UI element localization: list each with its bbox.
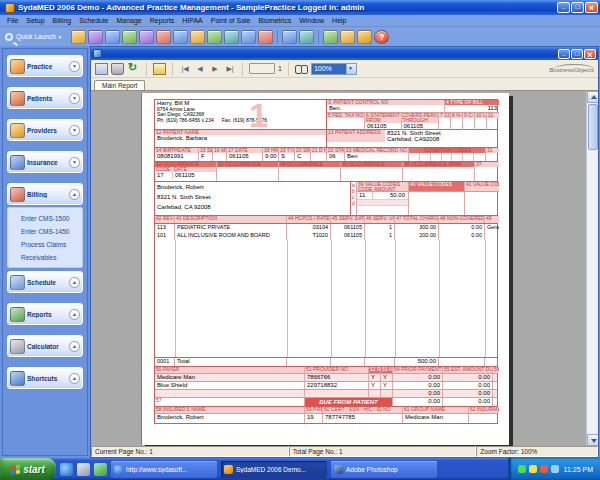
chevron-down-icon[interactable] (69, 61, 80, 72)
cov-d-label: 7 COV D. (439, 113, 450, 118)
taskbar-item-photoshop[interactable]: Adobe Photoshop (331, 461, 437, 478)
providers-toolbar-icon[interactable] (105, 30, 120, 44)
pos-toolbar-icon[interactable] (241, 30, 256, 44)
sidebar-item-enter-cms-1500[interactable]: Enter CMS-1500 (21, 212, 82, 225)
taskbar: start http://www.sydasoft... SydaMED 200… (0, 458, 600, 480)
ie-quicklaunch-icon[interactable] (60, 463, 73, 476)
chart-toolbar-icon[interactable] (323, 30, 338, 44)
medical-record-value: Ben (345, 153, 408, 160)
previous-page-button[interactable] (194, 65, 206, 73)
first-page-button[interactable] (179, 65, 191, 73)
next-page-button[interactable] (209, 65, 221, 73)
manage-toolbar-icon[interactable] (299, 30, 314, 44)
report-tabs: Main Report (91, 78, 598, 91)
tab-main-report[interactable]: Main Report (94, 80, 145, 90)
menu-help[interactable]: Help (328, 17, 350, 24)
provider-box: 1 Harry, Bill M 6754 Arrow Lane San Dieg… (155, 100, 327, 129)
ie-icon (114, 465, 123, 474)
menu-point-of-sale[interactable]: Point of Sale (207, 17, 255, 24)
tray-icon-4[interactable] (551, 465, 559, 473)
sidebar-item-practice[interactable]: Practice (7, 55, 83, 77)
svc-rev: 113 (155, 224, 174, 231)
scroll-down-arrow[interactable] (587, 434, 598, 446)
payments-toolbar-icon[interactable] (190, 30, 205, 44)
report-close-button[interactable] (584, 49, 596, 59)
practice-toolbar-icon[interactable] (71, 30, 86, 44)
sidebar-item-insurance[interactable]: Insurance (7, 151, 83, 173)
sidebar-item-schedule[interactable]: Schedule (7, 271, 83, 293)
insurance-toolbar-icon[interactable] (122, 30, 137, 44)
occurrence-span-box: 36 OCCURRENCE SPAN (403, 162, 475, 181)
quick-launch-menu[interactable]: Quick Launch ▾ (5, 33, 61, 41)
occurrence-34-label: 34 OCCURRENCE (279, 162, 340, 167)
referrals-toolbar-icon[interactable] (139, 30, 154, 44)
claims-toolbar-icon[interactable] (173, 30, 188, 44)
zoom-combobox[interactable]: 100% (311, 63, 357, 75)
statements-toolbar-icon[interactable] (258, 30, 273, 44)
vertical-scrollbar[interactable] (586, 91, 598, 446)
sidebar-item-process-claims[interactable]: Process Claims (21, 238, 82, 251)
scroll-up-arrow[interactable] (587, 91, 598, 103)
calculator-icon (10, 339, 25, 354)
chevron-down-icon[interactable] (69, 125, 80, 136)
sidebar-item-providers[interactable]: Providers (7, 119, 83, 141)
export-icon[interactable] (95, 63, 108, 75)
lock-icon[interactable] (357, 30, 372, 44)
help-icon[interactable] (374, 30, 389, 44)
sidebar-item-reports[interactable]: Reports (7, 303, 83, 325)
scheduler-toolbar-icon[interactable] (224, 30, 239, 44)
menu-billing[interactable]: Billing (49, 17, 76, 24)
window-toolbar-icon[interactable] (340, 30, 355, 44)
chevron-up-icon[interactable] (69, 277, 80, 288)
print-icon[interactable] (111, 63, 124, 75)
menu-schedule[interactable]: Schedule (75, 17, 112, 24)
desktop-quicklaunch-icon[interactable] (77, 463, 90, 476)
chevron-down-icon[interactable] (69, 157, 80, 168)
chevron-up-icon[interactable] (69, 373, 80, 384)
last-page-button[interactable] (224, 65, 236, 73)
occurrence-35-label: 35 OCCURRENCE (341, 162, 402, 167)
media-quicklaunch-icon[interactable] (94, 463, 107, 476)
goto-page-input[interactable] (249, 63, 275, 74)
sidebar-item-enter-cms-1450[interactable]: Enter CMS-1450 (21, 225, 82, 238)
group-tree-icon[interactable] (153, 63, 166, 75)
start-button[interactable]: start (0, 458, 56, 480)
tray-icon-1[interactable] (518, 465, 526, 473)
menu-reports[interactable]: Reports (146, 17, 179, 24)
menu-setup[interactable]: Setup (22, 17, 48, 24)
reports-toolbar-icon[interactable] (282, 30, 297, 44)
scroll-thumb[interactable] (588, 104, 598, 150)
reports-icon (10, 307, 25, 322)
sidebar-item-calculator[interactable]: Calculator (7, 335, 83, 357)
receivables-toolbar-icon[interactable] (207, 30, 222, 44)
billing-toolbar-icon[interactable] (156, 30, 171, 44)
maximize-button[interactable] (571, 2, 584, 13)
zoom-dropdown-button[interactable] (346, 64, 356, 74)
chevron-up-icon[interactable] (69, 309, 80, 320)
refresh-icon[interactable] (127, 63, 140, 75)
sidebar-item-patients[interactable]: Patients (7, 87, 83, 109)
taskbar-item-browser[interactable]: http://www.sydasoft... (111, 461, 217, 478)
menu-window[interactable]: Window (295, 17, 328, 24)
menu-file[interactable]: File (3, 17, 22, 24)
chevron-down-icon[interactable] (69, 93, 80, 104)
sidebar-item-shortcuts[interactable]: Shortcuts (7, 367, 83, 389)
menu-hipaa[interactable]: HIPAA (178, 17, 207, 24)
minimize-button[interactable] (557, 2, 570, 13)
close-button[interactable] (585, 2, 598, 13)
tray-icon-3[interactable] (540, 465, 548, 473)
chevron-up-icon[interactable] (69, 189, 80, 200)
dhr-label: 21 D HR (311, 148, 326, 153)
sidebar-item-receivables[interactable]: Receivables (21, 251, 82, 264)
patients-toolbar-icon[interactable] (88, 30, 103, 44)
sidebar-item-billing[interactable]: Billing (7, 183, 83, 205)
menu-biometrics[interactable]: Biometrics (254, 17, 295, 24)
tray-icon-2[interactable] (529, 465, 537, 473)
find-icon[interactable] (295, 64, 308, 74)
sidebar-label-insurance: Insurance (27, 159, 69, 166)
report-minimize-button[interactable] (558, 49, 570, 59)
menu-manage[interactable]: Manage (112, 17, 145, 24)
report-restore-button[interactable] (571, 49, 583, 59)
chevron-up-icon[interactable] (69, 341, 80, 352)
taskbar-item-sydamed[interactable]: SydaMED 2006 Demo... (221, 461, 327, 478)
